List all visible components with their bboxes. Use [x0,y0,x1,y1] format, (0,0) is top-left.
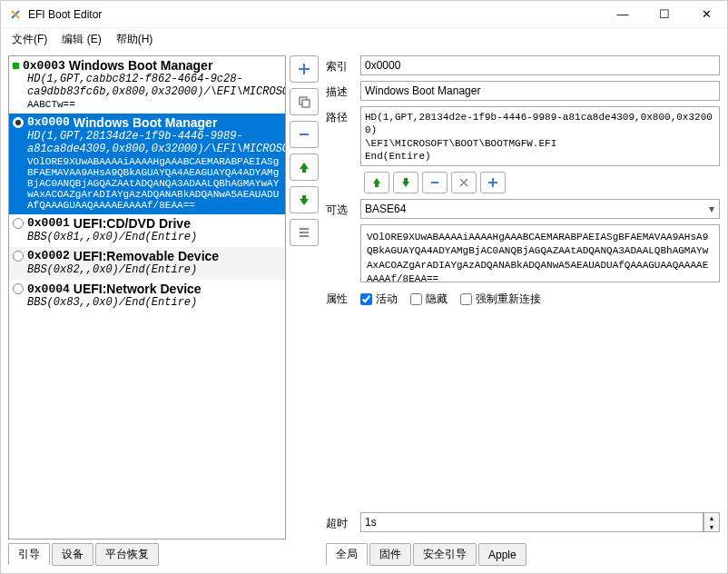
entry-index: 0x0003 [23,59,65,73]
tab-apple[interactable]: Apple [478,543,526,566]
timeout-field[interactable] [360,512,703,532]
entry-radio[interactable] [13,251,24,262]
window-title: EFI Boot Editor [28,8,602,21]
path-field[interactable]: HD(1,GPT,28134d2e-1f9b-4446-9989-a81ca8d… [360,106,720,166]
copy-entry-button[interactable] [290,88,319,115]
entry-radio[interactable] [13,283,24,294]
active-marker-icon [13,63,19,69]
tab-global[interactable]: 全局 [326,543,368,566]
reorder-button[interactable] [290,219,319,246]
optional-format-select[interactable]: BASE64 [360,199,720,219]
menubar: 文件(F) 编辑 (E) 帮助(H) [1,28,727,50]
index-field[interactable] [360,55,720,75]
entry-path: HD(1,GPT,28134d2e-1f9b-4446-9989-a81ca8d… [13,130,281,156]
entry-path: BBS(0x83,,0x0)/End(Entire) [13,296,281,309]
optional-data-field[interactable]: VOlORE9XUwABAAAAiAAAAHgAAABCAEMARABPAEIA… [360,224,720,282]
timeout-label: 超时 [326,512,355,531]
svg-rect-1 [302,100,310,107]
entry-name: UEFI:CD/DVD Drive [74,216,191,231]
entry-optional-data: AABCTw== [13,99,281,110]
entry-index: 0x0001 [27,216,70,230]
maximize-button[interactable]: ☐ [644,1,685,28]
menu-help[interactable]: 帮助(H) [111,30,159,49]
timeout-up[interactable]: ▲ [704,513,719,522]
tab-platform-recovery[interactable]: 平台恢复 [95,543,159,566]
path-remove-button[interactable] [422,172,448,193]
entry-radio[interactable] [13,218,24,229]
move-up-button[interactable] [290,153,319,181]
entry-radio[interactable] [13,117,24,128]
tab-secure-boot[interactable]: 安全引导 [413,543,477,566]
entry-path: BBS(0x81,,0x0)/End(Entire) [13,231,281,243]
left-tabs: 引导 设备 平台恢复 [8,543,286,566]
entry-name: Windows Boot Manager [69,58,213,73]
menu-file[interactable]: 文件(F) [6,30,53,49]
entry-path: BBS(0x82,,0x0)/End(Entire) [13,263,281,276]
minimize-button[interactable]: — [602,1,644,28]
add-entry-button[interactable] [290,55,319,83]
attributes-row: 属性 活动 隐藏 强制重新连接 [326,288,720,307]
path-edit-button[interactable] [451,172,477,193]
boot-entry[interactable]: 0x0003 Windows Boot ManagerHD(1,GPT,cabb… [9,56,285,114]
move-down-button[interactable] [290,186,319,213]
force-reconnect-checkbox[interactable]: 强制重新连接 [460,292,541,307]
entry-index: 0x0000 [27,115,70,129]
boot-entry[interactable]: 0x0002 UEFI:Removable DeviceBBS(0x82,,0x… [9,247,285,280]
description-field[interactable] [360,81,720,101]
entry-optional-data: VOlORE9XUwABAAAAiAAAAHgAAABCAEMARABPAEIA… [13,156,281,211]
close-button[interactable]: ✕ [685,1,727,28]
timeout-down[interactable]: ▼ [704,522,719,531]
bottom-tabs: 全局 固件 安全引导 Apple [326,543,720,566]
hidden-checkbox[interactable]: 隐藏 [410,292,448,307]
tab-firmware[interactable]: 固件 [369,543,411,566]
entry-name: Windows Boot Manager [74,115,218,130]
path-add-button[interactable] [480,172,506,193]
description-label: 描述 [326,81,355,100]
boot-entry[interactable]: 0x0001 UEFI:CD/DVD DriveBBS(0x81,,0x0)/E… [9,214,285,247]
path-label: 路径 [326,106,355,125]
entry-name: UEFI:Network Device [74,282,202,296]
boot-entry[interactable]: 0x0000 Windows Boot ManagerHD(1,GPT,2813… [9,114,285,214]
boot-entry[interactable]: 0x0004 UEFI:Network DeviceBBS(0x83,,0x0)… [9,280,285,312]
index-label: 索引 [326,55,355,74]
path-down-button[interactable] [393,172,418,193]
entry-name: UEFI:Removable Device [74,249,219,263]
entry-path: HD(1,GPT,cabbc812-f862-4664-9c28-ca9dbb8… [13,73,281,99]
optional-label: 可选 [326,199,355,218]
remove-entry-button[interactable] [290,121,319,148]
boot-entry-list[interactable]: 0x0003 Windows Boot ManagerHD(1,GPT,cabb… [8,55,286,539]
path-up-button[interactable] [364,172,389,193]
app-icon [8,7,23,22]
tab-device[interactable]: 设备 [52,543,93,566]
menu-edit[interactable]: 编辑 (E) [56,30,106,49]
tab-boot[interactable]: 引导 [8,543,50,566]
attributes-label: 属性 [326,292,348,307]
entry-index: 0x0002 [27,249,70,262]
entry-index: 0x0004 [27,282,70,296]
active-checkbox[interactable]: 活动 [360,292,398,307]
